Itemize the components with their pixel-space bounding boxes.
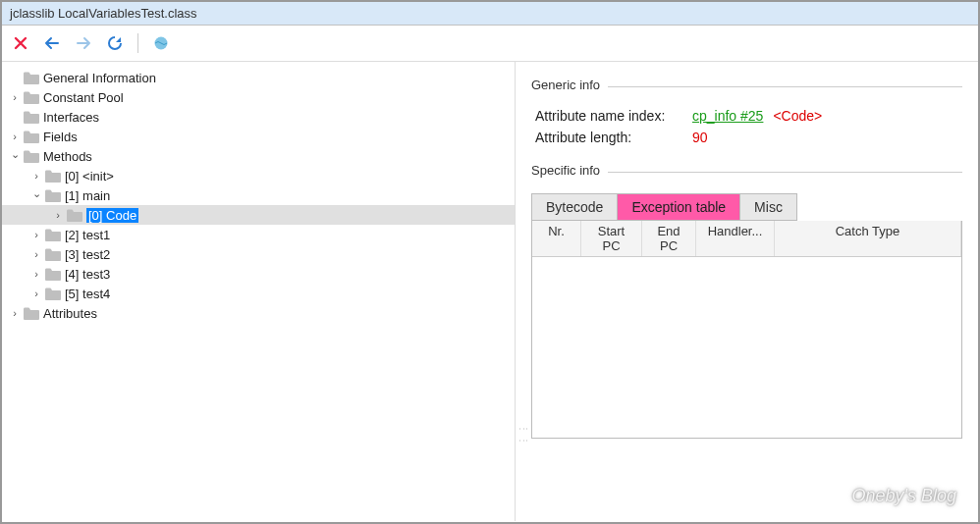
folder-icon bbox=[45, 288, 61, 300]
chevron-right-icon[interactable]: › bbox=[29, 229, 43, 240]
chevron-right-icon[interactable]: › bbox=[29, 288, 43, 299]
tree-item[interactable]: ›[5] test4 bbox=[2, 284, 515, 303]
tabs: BytecodeException tableMisc bbox=[531, 193, 962, 221]
attr-name-label: Attribute name index: bbox=[535, 108, 692, 124]
chevron-right-icon[interactable]: › bbox=[8, 91, 22, 103]
folder-icon bbox=[24, 307, 39, 320]
tree-item-label: Methods bbox=[43, 149, 92, 164]
chevron-right-icon[interactable]: › bbox=[29, 248, 43, 260]
tab-exception-table[interactable]: Exception table bbox=[617, 193, 740, 221]
globe-icon[interactable] bbox=[152, 34, 170, 52]
tree-item[interactable]: ›[0] Code bbox=[2, 205, 515, 225]
tree-item[interactable]: ›Constant Pool bbox=[2, 87, 515, 107]
window-titlebar: jclasslib LocalVariablesTest.class bbox=[2, 2, 978, 26]
tab-misc[interactable]: Misc bbox=[739, 193, 797, 221]
tree-item[interactable]: ⌄Methods bbox=[2, 146, 515, 166]
generic-info-label: Generic info bbox=[531, 78, 600, 92]
exception-table: Nr.Start PCEnd PCHandler...Catch Type bbox=[531, 221, 962, 439]
tree-item[interactable]: ›Interfaces bbox=[2, 107, 515, 127]
table-header: Nr.Start PCEnd PCHandler...Catch Type bbox=[532, 221, 961, 257]
specific-info-label: Specific info bbox=[531, 163, 600, 178]
folder-icon bbox=[24, 91, 39, 104]
tree-item-label: Constant Pool bbox=[43, 90, 124, 105]
window-title: jclasslib LocalVariablesTest.class bbox=[10, 6, 197, 21]
folder-icon bbox=[24, 131, 39, 143]
tab-bytecode[interactable]: Bytecode bbox=[531, 193, 618, 221]
tree-item-label: Attributes bbox=[43, 306, 97, 321]
splitter-grip[interactable]: ⋮⋮ bbox=[518, 424, 529, 447]
tree-item-label: General Information bbox=[43, 71, 156, 85]
tree-item[interactable]: ⌄[1] main bbox=[2, 185, 515, 205]
chevron-down-icon[interactable]: ⌄ bbox=[8, 148, 22, 161]
tree-item-label: [0] <init> bbox=[65, 169, 114, 183]
attr-name-link[interactable]: cp_info #25 bbox=[692, 108, 763, 124]
chevron-right-icon[interactable]: › bbox=[8, 307, 22, 319]
chevron-right-icon[interactable]: › bbox=[8, 131, 22, 142]
tree-item[interactable]: ›[2] test1 bbox=[2, 225, 515, 244]
column-header[interactable]: Nr. bbox=[532, 221, 581, 256]
chevron-down-icon[interactable]: ⌄ bbox=[29, 187, 43, 200]
detail-pane: Generic info Attribute name index: cp_in… bbox=[516, 62, 978, 521]
tree-item-label: [4] test3 bbox=[65, 267, 110, 282]
forward-icon[interactable] bbox=[75, 34, 92, 52]
tree-item-label: [2] test1 bbox=[65, 228, 110, 242]
refresh-icon[interactable] bbox=[106, 34, 124, 52]
attr-len-row: Attribute length: 90 bbox=[535, 130, 958, 145]
column-header[interactable]: Catch Type bbox=[775, 221, 961, 256]
attr-name-tag: <Code> bbox=[773, 108, 822, 124]
divider-line bbox=[608, 86, 962, 87]
attr-name-row: Attribute name index: cp_info #25 <Code> bbox=[535, 108, 958, 124]
chevron-right-icon[interactable]: › bbox=[29, 268, 43, 280]
attr-len-value: 90 bbox=[692, 130, 708, 145]
main-split: ›General Information›Constant Pool›Inter… bbox=[2, 62, 978, 521]
generic-info-header: Generic info bbox=[531, 78, 962, 96]
chevron-right-icon[interactable]: › bbox=[51, 209, 65, 221]
tree-item[interactable]: ›[3] test2 bbox=[2, 244, 515, 264]
tree-item-label: [0] Code bbox=[86, 208, 138, 223]
tree-item[interactable]: ›[0] <init> bbox=[2, 166, 515, 185]
tree-item[interactable]: ›Attributes bbox=[2, 303, 515, 323]
chevron-right-icon[interactable]: › bbox=[29, 170, 43, 182]
tree-item[interactable]: ›[4] test3 bbox=[2, 264, 515, 284]
column-header[interactable]: End PC bbox=[642, 221, 696, 256]
folder-icon bbox=[45, 229, 61, 241]
specific-info-header: Specific info bbox=[531, 163, 962, 182]
folder-icon bbox=[45, 248, 61, 261]
tree-item[interactable]: ›General Information bbox=[2, 68, 515, 87]
tree-item-label: [1] main bbox=[65, 188, 110, 203]
tree-item-label: Interfaces bbox=[43, 110, 99, 125]
column-header[interactable]: Handler... bbox=[696, 221, 775, 256]
toolbar-divider bbox=[137, 33, 138, 53]
column-header[interactable]: Start PC bbox=[581, 221, 642, 256]
toolbar bbox=[2, 26, 978, 62]
folder-icon bbox=[45, 268, 61, 281]
folder-icon bbox=[67, 209, 82, 222]
tree-item[interactable]: ›Fields bbox=[2, 127, 515, 146]
folder-icon bbox=[45, 189, 61, 202]
folder-icon bbox=[45, 170, 61, 183]
close-icon[interactable] bbox=[12, 34, 29, 52]
divider-line bbox=[608, 172, 962, 173]
tree-item-label: [5] test4 bbox=[65, 287, 110, 301]
tree-item-label: [3] test2 bbox=[65, 247, 110, 262]
back-icon[interactable] bbox=[43, 34, 61, 52]
tree-item-label: Fields bbox=[43, 130, 78, 144]
tree-pane: ›General Information›Constant Pool›Inter… bbox=[2, 62, 516, 521]
folder-icon bbox=[24, 72, 39, 84]
folder-icon bbox=[24, 150, 39, 163]
attr-len-label: Attribute length: bbox=[535, 130, 692, 145]
folder-icon bbox=[24, 111, 39, 124]
chevron-right-icon: › bbox=[8, 72, 22, 83]
chevron-right-icon: › bbox=[8, 111, 22, 123]
